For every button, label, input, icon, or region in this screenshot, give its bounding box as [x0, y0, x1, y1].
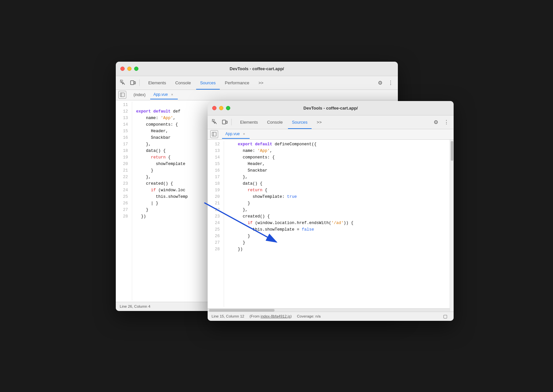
sidebar-toggle-front[interactable] [210, 130, 218, 138]
file-tab-appvue-label-front: App.vue [225, 132, 240, 136]
code-content-front: 12 13 14 15 16 17 18 19 20 21 22 23 [208, 140, 450, 308]
line-numbers-back: 11 12 13 14 15 16 17 18 19 20 21 22 [116, 102, 132, 300]
code-lines-front: export default defineComponent({ name: '… [224, 141, 450, 307]
fcode-line-26: } [228, 233, 446, 239]
file-tab-bar-back: (index) App.vue × [116, 90, 398, 100]
status-position-back: Line 26, Column 4 [120, 304, 150, 308]
toolbar-front: Elements Console Sources >> ⚙ ⋮ [208, 115, 454, 129]
window-title-front: DevTools - coffee-cart.app/ [303, 106, 358, 111]
title-bar-back: DevTools - coffee-cart.app/ [116, 62, 398, 76]
status-from-prefix: (From [250, 314, 261, 318]
inspect-icon-front[interactable] [210, 117, 219, 127]
inspect-icon-back[interactable] [118, 78, 128, 87]
fcode-line-12: export default defineComponent({ [228, 141, 446, 148]
fcode-line-15: Header, [228, 161, 446, 167]
fcode-line-24: if (window.location.href.endsWith('/ad')… [228, 220, 446, 226]
toolbar-back: Elements Console Sources Performance >> … [116, 76, 398, 90]
device-icon-back[interactable] [128, 78, 137, 87]
file-tab-close-front[interactable]: × [242, 132, 246, 136]
status-coverage-front: Coverage: n/a [297, 314, 320, 318]
toolbar-right-back: ⚙ ⋮ [376, 78, 395, 87]
status-position-front: Line 15, Column 12 [212, 314, 244, 318]
settings-icon-front[interactable]: ⚙ [431, 117, 440, 127]
traffic-lights-front [212, 106, 230, 110]
fcode-line-14: components: { [228, 154, 446, 161]
fcode-line-25: this.showTemplate = false [228, 226, 446, 233]
status-from-suffix: ) [290, 314, 292, 318]
maximize-button-back[interactable] [134, 67, 138, 71]
status-from-front: (From index-8bfa4912.js) [250, 314, 292, 318]
fcode-line-19: return { [228, 187, 446, 194]
fcode-line-16: Snackbar [228, 167, 446, 174]
file-tab-close-back[interactable]: × [170, 92, 174, 97]
traffic-lights-back [120, 67, 138, 71]
file-tab-bar-front: App.vue × [208, 129, 454, 140]
minimize-button-back[interactable] [127, 67, 132, 71]
fcode-line-27: } [228, 239, 446, 246]
svg-rect-10 [212, 132, 216, 136]
file-tab-index-back[interactable]: (index) [130, 90, 149, 99]
tab-more-back[interactable]: >> [255, 76, 267, 90]
svg-rect-9 [226, 121, 227, 123]
scrollbar-thumb-h [209, 309, 275, 312]
drawer-icon-front[interactable]: ▢ [440, 312, 450, 321]
tab-console-front[interactable]: Console [263, 115, 287, 129]
horizontal-scrollbar-front[interactable] [208, 308, 450, 312]
tab-more-front[interactable]: >> [313, 115, 326, 129]
svg-rect-2 [134, 82, 135, 84]
nav-tabs-front: Elements Console Sources >> [236, 115, 326, 129]
close-button-front[interactable] [212, 106, 216, 110]
svg-rect-8 [222, 120, 226, 124]
file-tab-appvue-back[interactable]: App.vue × [150, 90, 178, 99]
device-icon-front[interactable] [220, 117, 229, 127]
tab-sources-back[interactable]: Sources [196, 76, 220, 90]
status-bar-front: Line 15, Column 12 (From index-8bfa4912.… [208, 312, 454, 321]
scrollbar-thumb-v [451, 141, 453, 161]
main-content-front: 12 13 14 15 16 17 18 19 20 21 22 23 [208, 140, 454, 312]
fcode-line-13: name: 'App', [228, 148, 446, 154]
toolbar-divider-front [231, 119, 232, 125]
fcode-line-20: showTemplate: true [228, 194, 446, 200]
close-button-back[interactable] [120, 67, 125, 71]
file-tab-index-label: (index) [133, 93, 146, 97]
fcode-line-17: }, [228, 174, 446, 180]
fcode-line-23: created() { [228, 213, 446, 220]
more-icon-front[interactable]: ⋮ [442, 117, 451, 127]
status-from-link[interactable]: index-8bfa4912.js [261, 314, 291, 318]
toolbar-divider-1 [139, 79, 140, 86]
svg-rect-3 [120, 93, 124, 97]
toolbar-right-front: ⚙ ⋮ [431, 117, 451, 127]
svg-rect-1 [131, 81, 134, 85]
vertical-scrollbar-front[interactable] [450, 140, 454, 312]
front-window: DevTools - coffee-cart.app/ [208, 101, 454, 321]
tab-console-back[interactable]: Console [171, 76, 195, 90]
fcode-line-22: }, [228, 207, 446, 213]
nav-tabs-back: Elements Console Sources Performance >> [144, 76, 267, 90]
title-bar-front: DevTools - coffee-cart.app/ [208, 101, 454, 115]
fcode-line-21: } [228, 200, 446, 207]
tab-sources-front[interactable]: Sources [288, 115, 312, 129]
tab-performance-back[interactable]: Performance [221, 76, 253, 90]
fcode-line-28: }) [228, 246, 446, 253]
line-numbers-front: 12 13 14 15 16 17 18 19 20 21 22 23 [208, 141, 224, 307]
sidebar-toggle-back[interactable] [118, 91, 126, 99]
minimize-button-front[interactable] [219, 106, 223, 110]
window-title-back: DevTools - coffee-cart.app/ [230, 66, 284, 71]
more-icon-back[interactable]: ⋮ [386, 78, 395, 87]
fcode-line-18: data() { [228, 180, 446, 187]
file-tab-appvue-label: App.vue [154, 92, 168, 97]
maximize-button-front[interactable] [226, 106, 230, 110]
settings-icon-back[interactable]: ⚙ [376, 78, 385, 87]
tab-elements-back[interactable]: Elements [144, 76, 170, 90]
tab-elements-front[interactable]: Elements [236, 115, 262, 129]
file-tab-appvue-front[interactable]: App.vue × [222, 130, 250, 139]
